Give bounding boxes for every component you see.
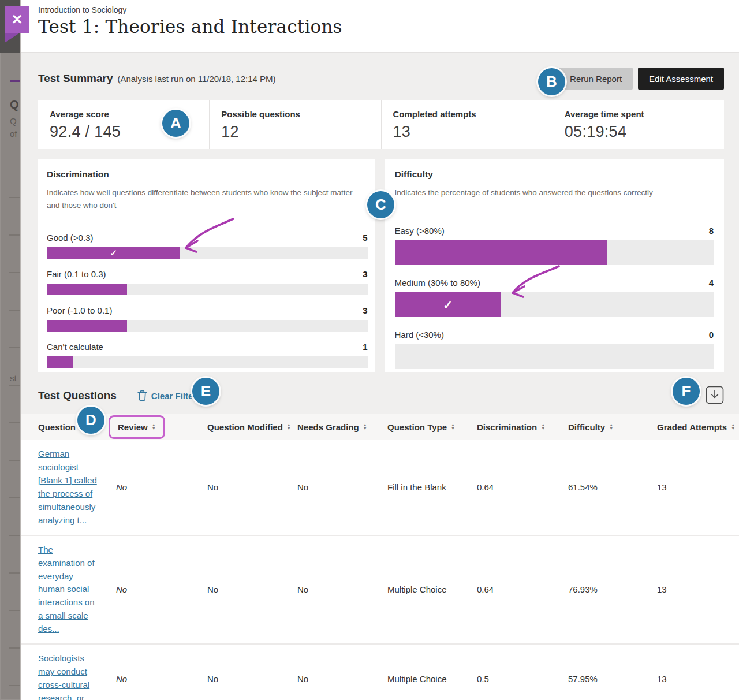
question-cell: Sociologists may conduct cross-cultural … (21, 652, 116, 700)
column-label: Question (38, 422, 76, 432)
column-header-question[interactable]: Question (21, 422, 116, 432)
test-summary-bar: Test Summary (Analysis last run on 11/20… (38, 66, 724, 91)
backdrop-tab-underline (10, 80, 20, 82)
stat-label: Completed attempts (393, 109, 541, 119)
question-type-cell: Multiple Choice (387, 584, 477, 594)
backdrop-text-fragment: Q (10, 98, 19, 111)
column-header-question-modified[interactable]: Question Modified ▲▼ (207, 422, 297, 432)
column-header-needs-grading[interactable]: Needs Grading ▲▼ (297, 422, 387, 432)
bar-category-label: Poor (-1.0 to 0.1) (47, 306, 112, 315)
bar-fill: ✓ (47, 247, 180, 259)
graded-attempts-cell: 13 (657, 674, 739, 684)
question-modified-cell: No (207, 674, 297, 684)
stat-value: 12 (221, 123, 369, 141)
bar-track: ✓ (47, 247, 368, 259)
bar-track (47, 320, 368, 332)
bar-group: Fair (0.1 to 0.3)3 (47, 269, 368, 295)
edit-assessment-button[interactable]: Edit Assessment (638, 68, 724, 90)
question-modified-cell: No (207, 482, 297, 492)
panel-body: Test Summary (Analysis last run on 11/20… (21, 66, 739, 700)
discrimination-cell: 0.5 (477, 674, 568, 684)
column-label: Difficulty (568, 422, 605, 432)
sort-icon: ▲▼ (287, 423, 291, 430)
page-title: Test 1: Theories and Interactions (38, 16, 727, 37)
bar-fill (47, 320, 127, 332)
column-header-difficulty[interactable]: Difficulty ▲▼ (568, 422, 657, 432)
needs-grading-cell: No (297, 674, 387, 684)
test-questions-heading: Test Questions (38, 389, 117, 402)
stat-label: Possible questions (221, 109, 369, 119)
stat-average-score: Average score 92.4 / 145 (38, 100, 209, 149)
column-header-review[interactable]: Review ▲▼ (116, 415, 207, 439)
bar-category-label: Hard (<30%) (395, 330, 444, 340)
stat-completed-attempts: Completed attempts 13 (381, 100, 553, 149)
bar-fill (47, 356, 73, 368)
discrimination-cell: 0.64 (477, 482, 568, 492)
charts-row: Discrimination Indicates how well questi… (38, 159, 724, 372)
sort-icon: ▲▼ (152, 423, 156, 430)
close-icon: ✕ (11, 12, 23, 28)
discrimination-cell: 0.64 (477, 584, 568, 594)
bar-track (395, 240, 714, 265)
table-row: German sociologist [Blank 1] called the … (21, 440, 739, 536)
bar-category-label: Fair (0.1 to 0.3) (47, 269, 106, 279)
backdrop-text-fragment: of (10, 129, 17, 139)
difficulty-cell: 76.93% (568, 584, 657, 594)
bar-count: 4 (709, 278, 714, 288)
clear-filters-link[interactable]: Clear Filters (137, 390, 201, 401)
test-analysis-panel: Introduction to Sociology Test 1: Theori… (20, 0, 739, 700)
chart-title: Difficulty (395, 169, 714, 180)
analysis-note: (Analysis last run on 11/20/18, 12:14 PM… (118, 74, 276, 84)
bar-count: 0 (709, 330, 714, 340)
bar-list: Easy (>80%)8Medium (30% to 80%)4✓Hard (<… (395, 226, 714, 369)
question-link[interactable]: Sociologists may conduct cross-cultural … (38, 652, 100, 700)
stat-value: 13 (393, 123, 541, 141)
stat-label: Average score (50, 109, 197, 119)
graded-attempts-cell: 13 (657, 584, 739, 594)
stat-label: Average time spent (565, 109, 712, 119)
difficulty-chart: Difficulty Indicates the percentage of s… (385, 159, 725, 372)
rerun-report-button[interactable]: Rerun Report (559, 68, 633, 90)
bar-group: Poor (-1.0 to 0.1)3 (47, 306, 368, 332)
stat-value: 05:19:54 (565, 123, 712, 141)
download-report-button[interactable] (706, 385, 724, 407)
question-cell: The examination of everyday human social… (21, 543, 116, 636)
test-summary-heading: Test Summary (38, 72, 113, 85)
question-link[interactable]: German sociologist [Blank 1] called the … (38, 448, 100, 527)
review-highlight-box: Review ▲▼ (109, 415, 165, 439)
bar-count: 5 (363, 233, 367, 243)
column-header-question-type[interactable]: Question Type ▲▼ (387, 422, 477, 432)
sort-icon: ▲▼ (541, 423, 545, 430)
question-link[interactable]: The examination of everyday human social… (38, 543, 100, 636)
bar-count: 3 (363, 306, 367, 315)
column-label: Graded Attempts (657, 422, 727, 432)
bar-group: Hard (<30%)0 (395, 330, 714, 369)
close-ribbon-fold (5, 33, 20, 43)
bar-group: Can't calculate1 (47, 342, 368, 368)
backdrop-text-fragment: Q (10, 116, 17, 126)
bar-group: Good (>0.3)5✓ (47, 233, 368, 259)
bar-category-label: Easy (>80%) (395, 226, 445, 236)
question-modified-cell: No (207, 584, 297, 594)
course-name: Introduction to Sociology (38, 5, 727, 14)
sort-icon: ▲▼ (609, 423, 613, 430)
bar-track: ✓ (395, 292, 714, 317)
check-icon: ✓ (110, 248, 117, 258)
bar-group: Easy (>80%)8 (395, 226, 714, 265)
column-label: Review (118, 422, 148, 432)
column-header-discrimination[interactable]: Discrimination ▲▼ (477, 422, 568, 432)
table-row: The examination of everyday human social… (21, 536, 739, 645)
summary-stats-row: Average score 92.4 / 145 Possible questi… (38, 100, 724, 149)
chart-description: Indicates the percentage of students who… (395, 187, 714, 199)
sort-icon: ▲▼ (451, 423, 455, 430)
close-panel-button[interactable]: ✕ (5, 6, 29, 33)
bar-count: 3 (363, 269, 367, 279)
bar-category-label: Good (>0.3) (47, 233, 93, 243)
graded-attempts-cell: 13 (657, 482, 739, 492)
bar-fill: ✓ (395, 292, 501, 317)
column-header-graded-attempts[interactable]: Graded Attempts ▲▼ (657, 422, 739, 432)
bar-count: 1 (363, 342, 367, 352)
backdrop-divider-lines (9, 161, 20, 700)
column-label: Question Type (387, 422, 447, 432)
table-header-row: Question Review ▲▼ Question Modified ▲▼ … (21, 414, 739, 440)
